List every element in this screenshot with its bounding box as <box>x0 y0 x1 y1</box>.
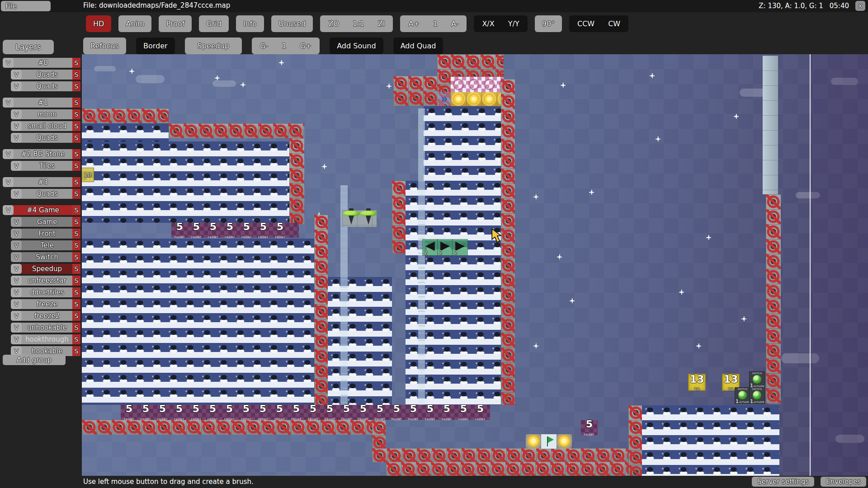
visibility-toggle[interactable]: V <box>3 58 14 68</box>
visibility-toggle[interactable]: V <box>11 311 22 321</box>
visibility-toggle[interactable]: V <box>3 149 14 159</box>
visibility-toggle[interactable]: V <box>11 81 22 91</box>
flip-x-button[interactable]: X/X <box>482 19 494 28</box>
layer-row-unfreezstar[interactable]: VunfreezstarS <box>11 276 80 286</box>
visibility-toggle[interactable]: V <box>11 323 22 333</box>
shift-badge[interactable]: S <box>72 276 80 286</box>
layer-row-freeze2[interactable]: Vfreeze2S <box>11 311 80 321</box>
layer-row-group--3[interactable]: V#3S <box>3 177 80 187</box>
visibility-toggle[interactable]: V <box>11 287 22 297</box>
layer-row-game[interactable]: VGameS <box>11 217 80 227</box>
visibility-toggle[interactable]: V <box>11 109 22 119</box>
refocus-button[interactable]: Refocus <box>83 38 126 54</box>
visibility-toggle[interactable]: V <box>3 177 14 187</box>
visibility-toggle[interactable]: V <box>11 189 22 199</box>
grid-minus-button[interactable]: G- <box>260 42 268 50</box>
shift-badge[interactable]: S <box>72 264 80 274</box>
shift-badge[interactable]: S <box>72 58 80 68</box>
shift-badge[interactable]: S <box>72 121 80 131</box>
shift-badge[interactable]: S <box>72 229 80 239</box>
shift-badge[interactable]: S <box>72 149 80 159</box>
layer-row-group--1[interactable]: V#1S <box>3 98 80 108</box>
visibility-toggle[interactable]: V <box>11 252 22 262</box>
shift-badge[interactable]: S <box>72 346 80 356</box>
layer-row-tiles[interactable]: VTilesS <box>11 161 80 171</box>
layer-row-group--2-bg-stone[interactable]: V#2 BG StoneS <box>3 149 80 159</box>
layer-row-moon[interactable]: VmoonS <box>11 109 80 119</box>
envelopes-button[interactable]: Envelopes <box>821 477 866 487</box>
shift-badge[interactable]: S <box>72 205 80 215</box>
rotate-amount-button[interactable]: 90° <box>535 15 562 32</box>
visibility-toggle[interactable]: V <box>11 70 22 80</box>
shift-badge[interactable]: S <box>72 299 80 309</box>
zoom-in-button[interactable]: ZI <box>378 19 385 28</box>
visibility-toggle[interactable]: V <box>11 217 22 227</box>
layer-row-freeze[interactable]: VfreezeS <box>11 299 80 309</box>
shift-badge[interactable]: S <box>72 217 80 227</box>
visibility-toggle[interactable]: V <box>3 98 14 108</box>
layer-row-small-cloud[interactable]: Vsmall cloudS <box>11 121 80 131</box>
layer-row-group--0[interactable]: V#0S <box>3 58 80 68</box>
layer-row-group--4-game[interactable]: V#4 GameS <box>3 205 80 215</box>
visibility-toggle[interactable]: V <box>11 133 22 143</box>
shift-badge[interactable]: S <box>72 334 80 344</box>
rotate-ccw-button[interactable]: CCW <box>577 19 594 28</box>
shift-badge[interactable]: S <box>72 161 80 171</box>
layer-row-speedup[interactable]: VSpeedupS <box>11 264 80 274</box>
visibility-toggle[interactable]: V <box>11 299 22 309</box>
hd-toggle-button[interactable]: HD <box>86 15 111 32</box>
layer-row-quads[interactable]: VQuadsS <box>11 81 80 91</box>
rotate-cw-button[interactable]: CW <box>608 19 620 28</box>
layer-row-ddnettiles[interactable]: VddnettilesS <box>11 287 80 297</box>
layers-panel-header[interactable]: Layers <box>3 40 54 54</box>
shift-badge[interactable]: S <box>72 177 80 187</box>
shift-badge[interactable]: S <box>72 323 80 333</box>
visibility-toggle[interactable]: V <box>3 205 14 215</box>
file-menu-button[interactable]: File <box>1 1 51 11</box>
anim-slower-button[interactable]: A- <box>451 19 458 28</box>
shift-badge[interactable]: S <box>72 240 80 250</box>
layer-row-switch[interactable]: VSwitchS <box>11 252 80 262</box>
visibility-toggle[interactable]: V <box>11 264 22 274</box>
shift-badge[interactable]: S <box>72 287 80 297</box>
layer-row-unhookable[interactable]: VunhookableS <box>11 323 80 333</box>
visibility-toggle[interactable]: V <box>11 161 22 171</box>
visibility-toggle[interactable]: V <box>11 276 22 286</box>
visibility-toggle[interactable]: V <box>11 229 22 239</box>
anim-toggle-button[interactable]: Anim <box>118 15 151 32</box>
shift-badge[interactable]: S <box>72 98 80 108</box>
layer-row-quads[interactable]: VQuadsS <box>11 70 80 80</box>
shift-badge[interactable]: S <box>72 252 80 262</box>
server-settings-button[interactable]: Server settings <box>752 477 814 487</box>
add-group-button[interactable]: Add group <box>3 355 66 365</box>
visibility-toggle[interactable]: V <box>11 240 22 250</box>
grid-plus-button[interactable]: G+ <box>300 42 311 50</box>
close-icon[interactable]: X <box>855 1 865 11</box>
anim-faster-button[interactable]: A+ <box>408 19 419 28</box>
proof-toggle-button[interactable]: Proof <box>159 15 192 32</box>
layer-row-tele[interactable]: VTeleS <box>11 240 80 250</box>
visibility-toggle[interactable]: V <box>11 121 22 131</box>
shift-badge[interactable]: S <box>72 189 80 199</box>
info-toggle-button[interactable]: Info <box>236 15 264 32</box>
layer-row-quads[interactable]: VQuadsS <box>11 189 80 199</box>
shift-badge[interactable]: S <box>72 311 80 321</box>
visibility-toggle[interactable]: V <box>11 334 22 344</box>
zoom-reset-button[interactable]: 1:1 <box>353 19 364 28</box>
shift-badge[interactable]: S <box>72 133 80 143</box>
grid-toggle-button[interactable]: Grid <box>199 15 229 32</box>
layer-row-quads[interactable]: VQuadsS <box>11 133 80 143</box>
add-sound-button[interactable]: Add Sound <box>330 38 383 54</box>
layer-row-front[interactable]: VFrontS <box>11 229 80 239</box>
shift-badge[interactable]: S <box>72 70 80 80</box>
zoom-out-button[interactable]: ZO <box>328 19 339 28</box>
shift-badge[interactable]: S <box>72 109 80 119</box>
layer-row-hookthrough[interactable]: VhookthroughS <box>11 334 80 344</box>
speedup-button[interactable]: Speedup <box>185 38 242 54</box>
flip-y-button[interactable]: Y/Y <box>508 19 519 28</box>
unused-toggle-button[interactable]: Unused <box>271 15 313 32</box>
add-quad-button[interactable]: Add Quad <box>393 38 443 54</box>
shift-badge[interactable]: S <box>72 81 80 91</box>
border-button[interactable]: Border <box>136 38 175 54</box>
map-canvas[interactable]: 5FRONT5FRONT5FRONT5FRONT5FRONT5FRONT5FRO… <box>82 54 868 476</box>
